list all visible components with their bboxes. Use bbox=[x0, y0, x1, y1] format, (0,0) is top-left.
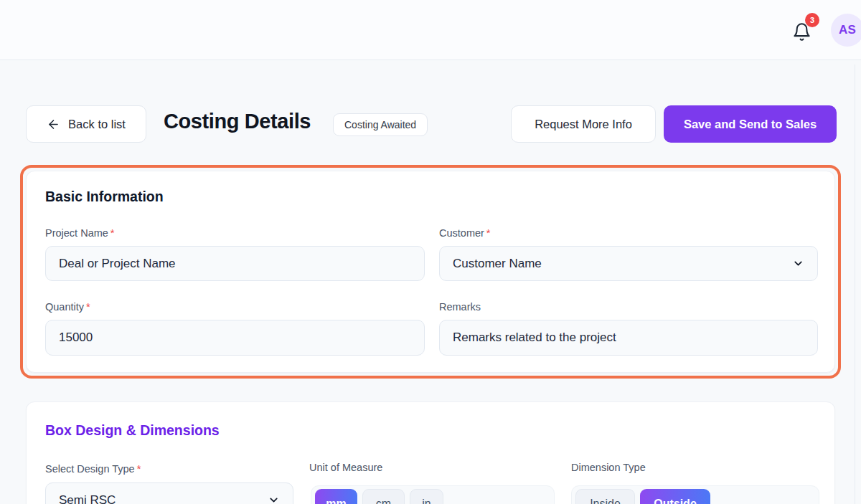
design-type-label: Select Design Type* bbox=[45, 463, 141, 475]
quantity-input[interactable] bbox=[45, 320, 425, 356]
box-design-heading: Box Design & Dimensions bbox=[45, 422, 220, 439]
required-marker: * bbox=[486, 227, 491, 239]
basic-information-card: Basic Information Project Name* Customer… bbox=[26, 171, 835, 373]
dimension-option-outside[interactable]: Outside bbox=[640, 489, 710, 504]
dimension-type-group: Inside Outside bbox=[571, 485, 819, 504]
box-design-card: Box Design & Dimensions Select Design Ty… bbox=[26, 401, 835, 504]
required-marker: * bbox=[86, 301, 90, 313]
basic-information-heading: Basic Information bbox=[45, 189, 164, 205]
status-badge: Costing Awaited bbox=[333, 113, 428, 136]
request-more-info-label: Request More Info bbox=[535, 118, 632, 131]
project-name-label: Project Name* bbox=[45, 227, 115, 239]
save-and-send-label: Save and Send to Sales bbox=[684, 118, 817, 131]
dimension-option-inside[interactable]: Inside bbox=[575, 489, 635, 504]
user-avatar[interactable]: AS bbox=[831, 14, 861, 47]
quantity-label: Quantity* bbox=[45, 301, 90, 313]
customer-select-value: Customer Name bbox=[453, 257, 542, 271]
remarks-input[interactable] bbox=[439, 320, 818, 356]
unit-of-measure-group: mm cm in bbox=[311, 485, 555, 504]
dimension-type-label: Dimension Type bbox=[571, 462, 646, 473]
customer-select[interactable]: Customer Name bbox=[439, 246, 818, 281]
costing-details-page: 3 AS Back to list Costing Details Costin… bbox=[0, 0, 861, 504]
unit-option-cm[interactable]: cm bbox=[362, 489, 405, 504]
required-marker: * bbox=[137, 463, 141, 475]
save-and-send-button[interactable]: Save and Send to Sales bbox=[664, 105, 837, 143]
chevron-down-icon bbox=[268, 494, 280, 504]
design-type-select[interactable]: Semi RSC bbox=[45, 482, 293, 504]
scrollbar[interactable] bbox=[855, 65, 855, 504]
notification-count-badge: 3 bbox=[805, 13, 819, 27]
request-more-info-button[interactable]: Request More Info bbox=[511, 105, 656, 143]
required-marker: * bbox=[110, 227, 115, 239]
unit-option-mm[interactable]: mm bbox=[315, 489, 357, 504]
notifications-button[interactable]: 3 bbox=[792, 19, 814, 42]
page-title: Costing Details bbox=[164, 110, 311, 133]
back-to-list-label: Back to list bbox=[68, 118, 126, 131]
remarks-label: Remarks bbox=[439, 301, 481, 313]
topbar: 3 AS bbox=[0, 0, 861, 60]
unit-option-in[interactable]: in bbox=[410, 489, 443, 504]
design-type-select-value: Semi RSC bbox=[59, 493, 116, 504]
chevron-down-icon bbox=[792, 257, 804, 270]
back-to-list-button[interactable]: Back to list bbox=[26, 105, 146, 143]
arrow-left-icon bbox=[47, 118, 60, 131]
customer-label: Customer* bbox=[439, 227, 491, 239]
project-name-input[interactable] bbox=[45, 246, 425, 281]
unit-of-measure-label: Unit of Measure bbox=[309, 462, 382, 473]
